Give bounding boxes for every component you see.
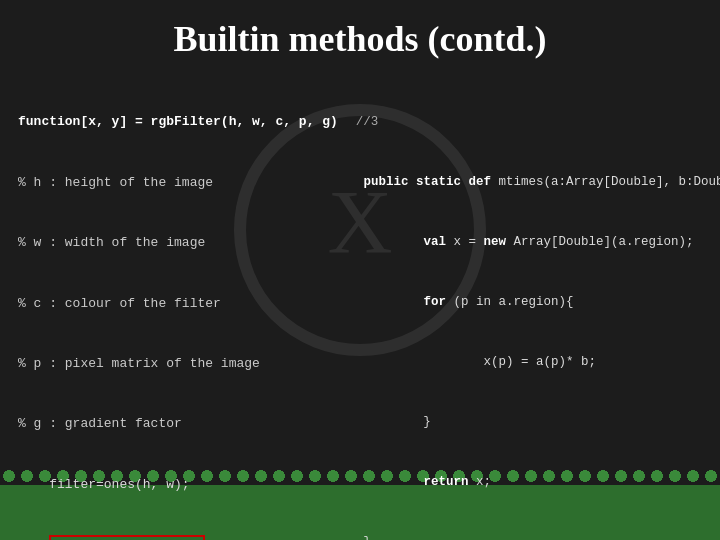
code-line-w: % w : width of the image: [18, 233, 338, 253]
code-line-function: function[x, y] = rgbFilter(h, w, c, p, g…: [18, 112, 338, 132]
slide-title: Builtin methods (contd.): [0, 0, 720, 72]
right-code-panel: //3 public static def mtimes(a:Array[Dou…: [356, 72, 720, 540]
highlight-box: filter=filter .* c;: [49, 535, 205, 540]
right-mtimes1-body: x(p) = a(p)* b;: [356, 352, 720, 372]
right-mtimes1-close-for: }: [356, 412, 720, 432]
code-line-g: % g : gradient factor: [18, 414, 338, 434]
code-line-c: % c : colour of the filter: [18, 294, 338, 314]
content-area: function[x, y] = rgbFilter(h, w, c, p, g…: [0, 72, 720, 540]
code-line-filter1: filter=ones(h, w);: [18, 475, 338, 495]
code-line-p: % p : pixel matrix of the image: [18, 354, 338, 374]
code-line-filter2-highlighted: filter=filter .* c;: [18, 535, 338, 540]
right-mtimes1-sig: public static def mtimes(a:Array[Double]…: [356, 172, 720, 192]
right-comment-3: //3: [356, 112, 720, 132]
slide: X Builtin methods (contd.) function[x, y…: [0, 0, 720, 540]
right-mtimes1-close: }: [356, 532, 720, 540]
code-line-h: % h : height of the image: [18, 173, 338, 193]
right-mtimes1-return: return x;: [356, 472, 720, 492]
right-mtimes1-val: val x = new Array[Double](a.region);: [356, 232, 720, 252]
left-code-panel: function[x, y] = rgbFilter(h, w, c, p, g…: [18, 72, 338, 540]
right-mtimes1-for: for (p in a.region){: [356, 292, 720, 312]
